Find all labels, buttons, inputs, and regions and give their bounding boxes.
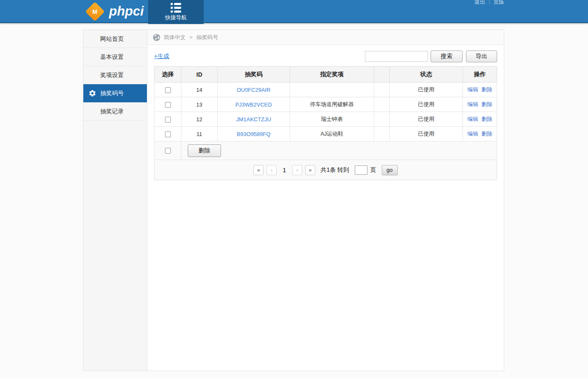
prev-page-button[interactable]: ‹ — [266, 165, 277, 175]
content-area: +生成 搜索 导出 选择 ID 抽奖码 — [147, 45, 504, 187]
generate-link[interactable]: +生成 — [154, 53, 169, 60]
breadcrumb: 简体中文 > 抽奖码号 — [147, 30, 504, 45]
go-button[interactable]: go — [382, 165, 398, 175]
table-row: 11 B93O9589FQ AJ运动鞋 已使用 编辑 删除 — [154, 127, 497, 141]
row-status: 已使用 — [390, 83, 463, 97]
edit-link[interactable]: 编辑 — [467, 131, 478, 137]
export-button[interactable]: 导出 — [466, 51, 497, 62]
top-header: M phpci 快捷导航 退出 | 宽版 — [0, 0, 588, 23]
goto-page-input[interactable] — [355, 165, 367, 175]
first-page-button[interactable]: « — [253, 165, 263, 175]
row-prize: 停车场道闸破解器 — [290, 97, 374, 112]
row-checkbox[interactable] — [165, 131, 171, 137]
delete-link[interactable]: 删除 — [482, 86, 492, 93]
toolbar: +生成 搜索 导出 — [154, 51, 497, 62]
table-header-row: 选择 ID 抽奖码 指定奖项 状态 操作 — [154, 67, 497, 83]
breadcrumb-lang: 简体中文 — [164, 34, 186, 41]
delete-link[interactable]: 删除 — [482, 131, 492, 137]
row-empty-cell — [374, 83, 390, 97]
row-id: 13 — [181, 97, 218, 112]
sidebar: 网站首页 基本设置 奖项设置 抽奖码号 抽奖记录 — [83, 29, 147, 371]
delete-link[interactable]: 删除 — [482, 116, 492, 122]
code-link[interactable]: B93O9589FQ — [237, 131, 270, 137]
row-empty-cell — [374, 127, 390, 141]
app-logo[interactable]: M phpci — [86, 4, 144, 19]
batch-action-row: 删除 — [154, 141, 497, 160]
row-checkbox[interactable] — [165, 102, 171, 108]
batch-delete-button[interactable]: 删除 — [188, 144, 221, 157]
row-prize: 瑞士钟表 — [290, 112, 374, 127]
edit-link[interactable]: 编辑 — [467, 116, 478, 122]
row-id: 12 — [181, 112, 218, 127]
wide-mode-link[interactable]: 宽版 — [493, 0, 504, 6]
row-status: 已使用 — [390, 97, 463, 112]
sidebar-item-prize-settings[interactable]: 奖项设置 — [83, 66, 147, 84]
select-all-checkbox[interactable] — [165, 148, 171, 154]
current-page: 1 — [282, 166, 286, 173]
logout-link[interactable]: 退出 — [474, 0, 485, 6]
col-header-select: 选择 — [154, 67, 181, 83]
row-checkbox[interactable] — [165, 87, 171, 93]
sidebar-item-label: 抽奖码号 — [100, 90, 124, 96]
sidebar-item-label: 网站首页 — [100, 35, 124, 42]
code-link[interactable]: JM1AKCTZJU — [236, 116, 271, 123]
row-empty-cell — [374, 97, 390, 112]
row-empty-cell — [374, 112, 390, 127]
logo-diamond-icon: M — [85, 2, 105, 21]
row-id: 11 — [181, 127, 218, 141]
sidebar-item-home[interactable]: 网站首页 — [83, 30, 147, 48]
row-status: 已使用 — [390, 112, 463, 127]
logo-text: phpci — [109, 4, 144, 19]
next-page-button[interactable]: › — [292, 165, 302, 175]
main-panel: 简体中文 > 抽奖码号 +生成 搜索 导出 — [147, 29, 504, 371]
quick-nav-label: 快捷导航 — [165, 14, 187, 21]
sidebar-item-label: 基本设置 — [100, 53, 124, 60]
total-count-text: 共1条 转到 — [321, 166, 349, 174]
page-suffix-label: 页 — [370, 166, 376, 174]
lottery-codes-table: 选择 ID 抽奖码 指定奖项 状态 操作 14 OU0FC29AIR — [154, 66, 497, 160]
code-link[interactable]: OU0FC29AIR — [237, 87, 270, 93]
edit-link[interactable]: 编辑 — [467, 86, 478, 93]
last-page-button[interactable]: » — [305, 165, 315, 175]
row-status: 已使用 — [390, 127, 463, 141]
sidebar-item-lottery-codes[interactable]: 抽奖码号 — [83, 84, 147, 102]
logo-badge: M — [93, 8, 98, 15]
globe-icon — [153, 34, 160, 41]
row-prize: AJ运动鞋 — [290, 127, 374, 141]
col-header-prize: 指定奖项 — [290, 67, 374, 83]
col-header-empty — [374, 67, 390, 83]
table-row: 12 JM1AKCTZJU 瑞士钟表 已使用 编辑 删除 — [154, 112, 497, 127]
table-row: 14 OU0FC29AIR 已使用 编辑 删除 — [154, 83, 497, 97]
header-links: 退出 | 宽版 — [474, 0, 504, 6]
toolbar-right: 搜索 导出 — [365, 51, 497, 62]
col-header-status: 状态 — [390, 67, 463, 83]
row-id: 14 — [181, 83, 218, 97]
breadcrumb-page: 抽奖码号 — [197, 34, 218, 41]
quick-nav-button[interactable]: 快捷导航 — [148, 0, 204, 24]
row-prize — [290, 83, 374, 97]
gear-icon — [88, 89, 96, 97]
sidebar-item-label: 奖项设置 — [100, 72, 124, 78]
table-row: 13 PJ3WB2VCED 停车场道闸破解器 已使用 编辑 删除 — [154, 97, 497, 112]
breadcrumb-separator: > — [189, 34, 193, 40]
menu-list-icon — [171, 3, 181, 13]
sidebar-item-label: 抽奖记录 — [100, 108, 124, 115]
col-header-code: 抽奖码 — [218, 67, 290, 83]
page-wrapper: 网站首页 基本设置 奖项设置 抽奖码号 抽奖记录 简体中文 — [83, 29, 504, 371]
code-link[interactable]: PJ3WB2VCED — [235, 101, 272, 108]
delete-link[interactable]: 删除 — [482, 101, 492, 107]
sidebar-item-basic-settings[interactable]: 基本设置 — [83, 48, 147, 66]
search-input[interactable] — [365, 51, 428, 62]
pagination: « ‹ 1 › » 共1条 转到 页 go — [154, 160, 497, 180]
edit-link[interactable]: 编辑 — [467, 101, 478, 107]
col-header-actions: 操作 — [463, 67, 497, 83]
row-checkbox[interactable] — [165, 117, 171, 123]
col-header-id: ID — [181, 67, 218, 83]
sidebar-item-lottery-records[interactable]: 抽奖记录 — [83, 102, 147, 120]
search-button[interactable]: 搜索 — [431, 51, 463, 62]
header-links-divider: | — [489, 0, 490, 4]
